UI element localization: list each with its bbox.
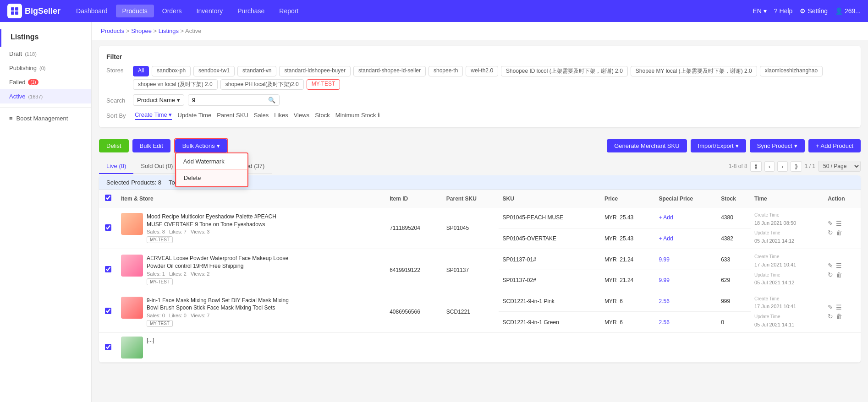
- logo[interactable]: BigSeller: [7, 4, 60, 18]
- sidebar-boost-management[interactable]: ≡ Boost Management: [0, 111, 91, 125]
- row3-delete-icon[interactable]: 🗑: [836, 313, 842, 320]
- search-type-select[interactable]: Product Name ▾: [133, 94, 184, 106]
- sort-views[interactable]: Views: [294, 111, 309, 120]
- store-filter-standard-vn[interactable]: standard-vn: [237, 66, 276, 76]
- sort-min-stock[interactable]: Minimum Stock ℹ: [335, 111, 380, 120]
- page-first-button[interactable]: ⟪: [750, 161, 762, 172]
- row4-checkbox[interactable]: [105, 344, 111, 350]
- sort-sales[interactable]: Sales: [254, 111, 269, 120]
- row3-parent-sku: SCD1221: [443, 291, 499, 332]
- row1-product-name[interactable]: Mood Recipe Multicolor Eyeshadow Palette…: [147, 213, 293, 228]
- store-filter-standard-idshopee-buyer[interactable]: standard-idshopee-buyer: [279, 66, 350, 76]
- row1-refresh-icon[interactable]: ↻: [828, 229, 833, 236]
- row3-checkbox-cell: [99, 291, 117, 332]
- store-filter-shopee-th[interactable]: shopee-th: [429, 66, 463, 76]
- store-filter-shopee-my-local[interactable]: Shopee MY local (上架需要及时下架，谢谢) 2.0: [631, 66, 757, 76]
- sidebar-item-publishing[interactable]: Publishing (0): [0, 61, 91, 75]
- language-selector[interactable]: EN ▾: [753, 7, 766, 15]
- row1-sku2: SP01045-OVERTAKE: [499, 228, 600, 249]
- filter-title: Filter: [106, 53, 853, 60]
- page-prev-button[interactable]: ‹: [764, 161, 775, 172]
- bulk-actions-button[interactable]: Bulk Actions ▾: [175, 139, 227, 152]
- row3-menu-icon[interactable]: ☰: [836, 304, 842, 311]
- sort-parent-sku[interactable]: Parent SKU: [217, 111, 248, 120]
- row3-product-meta: Sales: 0 Likes: 0 Views: 7: [147, 313, 293, 318]
- search-icon[interactable]: 🔍: [268, 97, 275, 103]
- generate-sku-button[interactable]: Generate Merchant SKU: [607, 139, 687, 152]
- page-next-button[interactable]: ›: [777, 161, 787, 172]
- row1-edit-icon[interactable]: ✎: [828, 220, 833, 227]
- sort-create-time[interactable]: Create Time ▾: [135, 110, 172, 120]
- search-input[interactable]: [192, 97, 268, 103]
- page-last-button[interactable]: ⟫: [791, 161, 802, 172]
- store-filter-my-test[interactable]: MY-TEST: [307, 79, 341, 90]
- store-filter-shopee-vn-local[interactable]: shopee vn local (及时下架) 2.0: [133, 79, 218, 90]
- row1-menu-icon[interactable]: ☰: [836, 220, 842, 227]
- sidebar-item-draft[interactable]: Draft (118): [0, 47, 91, 61]
- row1-special2[interactable]: + Add: [655, 228, 718, 249]
- row2-product-name[interactable]: AERVEAL Loose Powder Waterproof Face Mak…: [147, 255, 293, 270]
- store-filter-shoopee-id-local[interactable]: Shoopee ID locol (上架需要及时下架，谢谢) 2.0: [501, 66, 628, 76]
- header-special-price: Special Price: [655, 190, 718, 207]
- row3-special2[interactable]: 2.56: [655, 312, 718, 333]
- top-navigation: BigSeller Dashboard Products Orders Inve…: [0, 0, 868, 22]
- per-page-select[interactable]: 50 / Page 100 / Page: [818, 161, 861, 172]
- bulk-actions-menu: Add Watermark Delete: [175, 152, 248, 187]
- store-filter-standard-shopee-id-seller[interactable]: standard-shopee-id-seller: [353, 66, 426, 76]
- row2-delete-icon[interactable]: 🗑: [836, 271, 842, 278]
- row3-checkbox[interactable]: [105, 308, 111, 314]
- nav-orders[interactable]: Orders: [156, 5, 188, 17]
- store-filter-wei-th2[interactable]: wei-th2.0: [466, 66, 498, 76]
- row3-edit-icon[interactable]: ✎: [828, 304, 833, 311]
- store-filter-shopee-ph-local[interactable]: shopee PH local(及时下架)2.0: [220, 79, 304, 90]
- nav-products[interactable]: Products: [116, 5, 154, 17]
- help-button[interactable]: ? Help: [774, 7, 793, 15]
- sidebar-item-active[interactable]: Active (1637): [0, 89, 91, 103]
- user-menu[interactable]: 👤 269...: [835, 7, 861, 15]
- row3-special1[interactable]: 2.56: [655, 291, 718, 312]
- dropdown-add-watermark[interactable]: Add Watermark: [176, 153, 247, 169]
- store-filter-xiaomice[interactable]: xiaomiceshizhanghao: [760, 66, 823, 76]
- breadcrumb-shopee[interactable]: Shopee: [131, 27, 152, 34]
- row2-checkbox[interactable]: [105, 266, 111, 272]
- tab-live[interactable]: Live (8): [99, 159, 133, 174]
- settings-button[interactable]: ⚙ Setting: [800, 7, 828, 15]
- row3-product-name[interactable]: 9-in-1 Face Mask Mixing Bowl Set DIY Fac…: [147, 297, 293, 312]
- nav-inventory[interactable]: Inventory: [190, 5, 230, 17]
- sort-likes[interactable]: Likes: [274, 111, 288, 120]
- row2-special2[interactable]: 9.99: [655, 270, 718, 291]
- chevron-down-icon: ▾: [794, 142, 797, 149]
- sidebar-item-failed[interactable]: Failed (1): [0, 75, 91, 89]
- store-filter-all[interactable]: All: [133, 66, 149, 76]
- row3-refresh-icon[interactable]: ↻: [828, 313, 833, 320]
- delist-button[interactable]: Delist: [99, 139, 129, 152]
- row2-edit-icon[interactable]: ✎: [828, 262, 833, 269]
- row1-item-store: Mood Recipe Multicolor Eyeshadow Palette…: [117, 207, 386, 249]
- nav-report[interactable]: Report: [273, 5, 305, 17]
- tab-sold-out[interactable]: Sold Out (0): [133, 159, 180, 174]
- nav-purchase[interactable]: Purchase: [231, 5, 271, 17]
- row1-checkbox[interactable]: [105, 224, 111, 231]
- breadcrumb-products[interactable]: Products: [101, 27, 124, 34]
- row2-special1[interactable]: 9.99: [655, 249, 718, 270]
- nav-dashboard[interactable]: Dashboard: [70, 5, 114, 17]
- row1-product-meta: Sales: 8 Likes: 7 Views: 3: [147, 229, 293, 234]
- row1-delete-icon[interactable]: 🗑: [836, 229, 842, 236]
- store-filter-sendbox-tw1[interactable]: sendbox-tw1: [193, 66, 235, 76]
- row4-product-name[interactable]: [...]: [147, 337, 154, 344]
- row1-special1[interactable]: + Add: [655, 207, 718, 228]
- store-filter-sandbox-ph[interactable]: sandbox-ph: [152, 66, 191, 76]
- row2-menu-icon[interactable]: ☰: [836, 262, 842, 269]
- breadcrumb-listings[interactable]: Listings: [159, 27, 179, 34]
- breadcrumb: Products > Shopee > Listings > Active: [92, 22, 868, 40]
- row1-sku1: SP01045-PEACH MUSE: [499, 207, 600, 228]
- import-export-button[interactable]: Import/Export ▾: [691, 139, 746, 152]
- sort-stock[interactable]: Stock: [315, 111, 330, 120]
- bulk-edit-button[interactable]: Bulk Edit: [132, 139, 170, 152]
- dropdown-delete[interactable]: Delete: [176, 169, 247, 186]
- add-product-button[interactable]: + Add Product: [808, 139, 861, 152]
- sync-product-button[interactable]: Sync Product ▾: [750, 139, 805, 152]
- select-all-checkbox[interactable]: [105, 195, 111, 201]
- row2-refresh-icon[interactable]: ↻: [828, 271, 833, 278]
- sort-update-time[interactable]: Update Time: [177, 111, 211, 120]
